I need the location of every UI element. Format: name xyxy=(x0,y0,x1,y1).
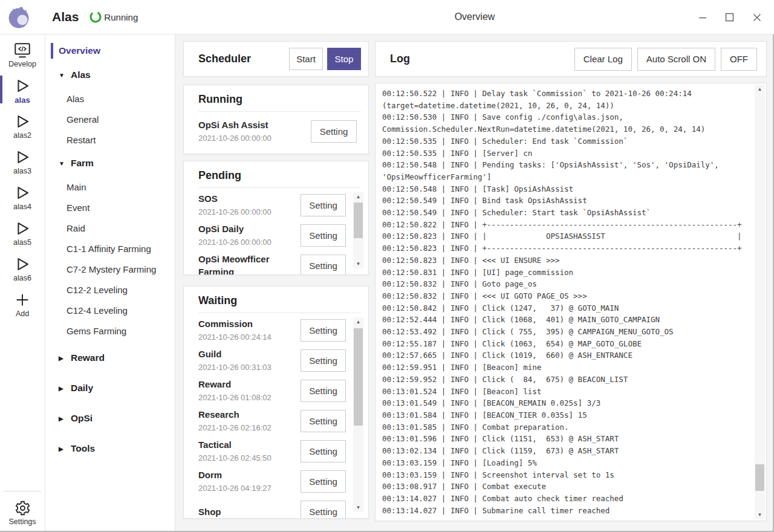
task-row: OpSi Meowfficer FarmingSetting xyxy=(184,250,368,275)
rail-divider xyxy=(4,491,41,491)
auto-scroll-on-button[interactable]: Auto Scroll ON xyxy=(637,48,715,71)
left-rail-bottom: Settings xyxy=(0,491,45,531)
title-bar: Alas Running Overview xyxy=(0,0,774,34)
app-title: Alas xyxy=(52,10,79,24)
rail-item-alas2[interactable]: alas2 xyxy=(0,112,45,140)
waiting-task-list: Commission2021-10-26 00:24:14SettingGuil… xyxy=(184,313,368,519)
task-name: OpSi Daily xyxy=(198,222,301,235)
maximize-button[interactable] xyxy=(716,0,743,34)
sidebar-item-alas[interactable]: Alas xyxy=(45,88,175,109)
scroll-down-icon[interactable]: ▼ xyxy=(353,503,363,512)
sidebar-item-event[interactable]: Event xyxy=(45,197,175,218)
task-time: 2021-10-26 00:00:00 xyxy=(198,132,302,144)
rail-item-develop[interactable]: Develop xyxy=(0,41,45,69)
setting-button[interactable]: Setting xyxy=(301,470,346,493)
auto-scroll-off-button[interactable]: OFF xyxy=(721,48,757,71)
rail-item-add[interactable]: Add xyxy=(0,291,45,319)
task-row: ShopSetting xyxy=(184,496,368,519)
rail-item-alas4[interactable]: alas4 xyxy=(0,184,45,212)
triangle-right-icon: ▶ xyxy=(59,385,65,392)
setting-button[interactable]: Setting xyxy=(301,440,346,462)
rail-item-label: alas6 xyxy=(13,274,31,282)
sidebar-item-c12-2-leveling[interactable]: C12-2 Leveling xyxy=(45,279,175,300)
setting-button[interactable]: Setting xyxy=(301,380,346,402)
log-output[interactable]: 00:12:50.522 | INFO | Delay task `Commis… xyxy=(375,83,767,521)
task-name: Research xyxy=(198,408,301,421)
task-info: Dorm2021-10-26 04:19:27 xyxy=(198,469,301,494)
sidebar-item-c12-4-leveling[interactable]: C12-4 Leveling xyxy=(45,300,175,320)
play-icon xyxy=(13,255,31,273)
scrollbar-thumb[interactable] xyxy=(354,203,363,239)
scroll-up-icon[interactable]: ▲ xyxy=(353,192,363,201)
running-panel: Running OpSi Ash Assist2021-10-26 00:00:… xyxy=(183,85,369,154)
start-button[interactable]: Start xyxy=(289,48,323,70)
setting-button[interactable]: Setting xyxy=(301,410,346,432)
clear-log-button[interactable]: Clear Log xyxy=(574,48,632,71)
left-rail-items: Developalasalas2alas3alas4alas5alas6Add xyxy=(0,34,45,319)
rail-item-alas[interactable]: alas xyxy=(0,77,45,105)
task-row: Guild2021-10-26 00:31:03Setting xyxy=(184,345,368,375)
scroll-down-icon[interactable]: ▼ xyxy=(353,259,363,268)
rail-item-settings[interactable]: Settings xyxy=(0,499,45,526)
sidebar-group-reward[interactable]: ▶Reward xyxy=(45,345,175,371)
sidebar-group-farm[interactable]: ▼Farm xyxy=(45,150,175,177)
scrollbar-thumb[interactable] xyxy=(755,464,764,490)
sidebar-item-c7-2-mystery-farming[interactable]: C7-2 Mystery Farming xyxy=(45,259,175,279)
minimize-button[interactable] xyxy=(689,0,716,34)
sidebar-item-c1-1-affinity-farming[interactable]: C1-1 Affinity Farming xyxy=(45,238,175,259)
task-name: Dorm xyxy=(198,469,301,481)
log-title: Log xyxy=(390,53,569,65)
task-row: OpSi Ash Assist2021-10-26 00:00:00Settin… xyxy=(184,114,368,149)
rail-item-label: alas2 xyxy=(13,131,31,140)
rail-item-label: alas xyxy=(15,96,30,105)
close-button[interactable] xyxy=(743,0,770,34)
sidebar-group-label: Tools xyxy=(71,443,95,454)
task-name: Reward xyxy=(198,378,301,391)
task-time: 2021-10-26 02:16:02 xyxy=(198,422,301,433)
rail-item-alas5[interactable]: alas5 xyxy=(0,219,45,247)
setting-button[interactable]: Setting xyxy=(301,194,346,216)
sidebar-group-daily[interactable]: ▶Daily xyxy=(45,375,175,401)
log-scrollbar[interactable]: ▲ ▼ xyxy=(755,85,765,519)
sidebar-item-raid[interactable]: Raid xyxy=(45,218,175,238)
setting-button[interactable]: Setting xyxy=(311,120,357,143)
scrollbar-thumb[interactable] xyxy=(354,328,363,426)
rail-item-alas3[interactable]: alas3 xyxy=(0,148,45,176)
waiting-scrollbar[interactable]: ▲ ▼ xyxy=(353,317,363,512)
task-time: 2021-10-26 01:08:02 xyxy=(198,392,301,403)
scroll-up-icon[interactable]: ▲ xyxy=(353,317,363,326)
rail-item-alas6[interactable]: alas6 xyxy=(0,255,45,283)
setting-button[interactable]: Setting xyxy=(301,501,346,519)
rail-item-label: alas4 xyxy=(13,203,31,211)
sidebar-group-label: Daily xyxy=(71,383,93,394)
sidebar-group-opsi[interactable]: ▶OpSi xyxy=(45,405,175,432)
sidebar-item-main[interactable]: Main xyxy=(45,177,175,197)
stop-button[interactable]: Stop xyxy=(327,48,361,70)
sidebar-item-general[interactable]: General xyxy=(45,109,175,129)
scheduler-title: Scheduler xyxy=(198,53,289,65)
scroll-up-icon[interactable]: ▲ xyxy=(755,85,765,94)
triangle-right-icon: ▶ xyxy=(59,355,65,362)
triangle-down-icon: ▼ xyxy=(59,160,65,167)
sidebar-item-restart[interactable]: Restart xyxy=(45,129,175,150)
setting-button[interactable]: Setting xyxy=(301,255,346,276)
setting-button[interactable]: Setting xyxy=(301,319,346,342)
setting-button[interactable]: Setting xyxy=(301,349,346,372)
rail-item-label: alas5 xyxy=(13,238,31,247)
sidebar-item-overview[interactable]: Overview xyxy=(45,40,175,62)
sidebar-group-tools[interactable]: ▶Tools xyxy=(45,435,175,462)
task-row: OpSi Daily2021-10-26 00:00:00Setting xyxy=(184,220,368,250)
running-task-list: OpSi Ash Assist2021-10-26 00:00:00Settin… xyxy=(184,112,368,149)
rail-item-label: alas3 xyxy=(13,167,31,175)
scroll-down-icon[interactable]: ▼ xyxy=(755,510,765,519)
triangle-down-icon: ▼ xyxy=(59,72,65,79)
sidebar-group-alas[interactable]: ▼Alas xyxy=(45,62,175,88)
rail-item-label: Add xyxy=(16,310,29,318)
pending-scrollbar[interactable]: ▲ ▼ xyxy=(353,192,363,268)
sidebar-item-gems-farming[interactable]: Gems Farming xyxy=(45,320,175,341)
task-time: 2021-10-26 00:00:00 xyxy=(198,236,301,248)
setting-button[interactable]: Setting xyxy=(301,224,346,247)
waiting-title: Waiting xyxy=(198,294,354,307)
task-row: SOS2021-10-26 00:00:00Setting xyxy=(184,190,368,220)
task-time: 2021-10-26 04:19:27 xyxy=(198,482,301,494)
